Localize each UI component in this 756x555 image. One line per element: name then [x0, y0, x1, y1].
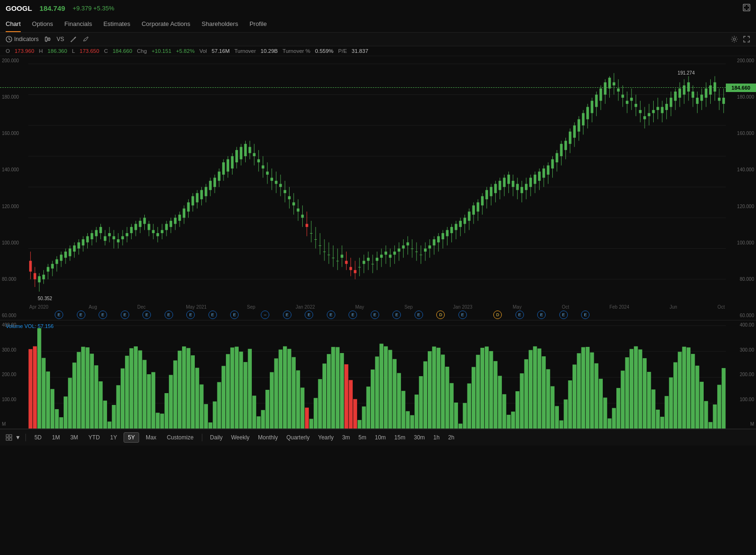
svg-rect-38 [69, 249, 72, 256]
svg-rect-341 [29, 349, 33, 429]
interval-10m[interactable]: 10m [372, 433, 389, 442]
settings-icon[interactable] [731, 35, 738, 43]
fullscreen-icon[interactable] [743, 35, 750, 43]
svg-rect-461 [555, 406, 559, 429]
svg-rect-332 [714, 82, 716, 92]
interval-1h[interactable]: 1h [431, 433, 442, 442]
indicators-button[interactable]: Indicators [6, 36, 39, 42]
event-badge[interactable]: – [261, 311, 269, 319]
current-price-line [0, 87, 726, 88]
interval-2h[interactable]: 2h [445, 433, 457, 442]
event-badge[interactable]: D [436, 311, 445, 319]
svg-rect-450 [507, 415, 510, 429]
chart-main[interactable]: 200.000 180.000 160.000 140.000 120.000 … [0, 56, 756, 320]
interval-weekly[interactable]: Weekly [228, 433, 252, 442]
expand-icon[interactable] [743, 4, 750, 13]
time-5d[interactable]: 5D [31, 433, 45, 442]
event-badge[interactable]: E [208, 311, 217, 319]
svg-rect-410 [331, 347, 335, 429]
tab-financials[interactable]: Financials [65, 17, 92, 32]
svg-rect-449 [502, 394, 506, 429]
interval-15m[interactable]: 15m [391, 433, 408, 442]
event-badge[interactable]: E [305, 311, 313, 319]
time-5y[interactable]: 5Y [124, 432, 139, 443]
svg-rect-370 [156, 413, 159, 429]
svg-rect-210 [446, 230, 449, 236]
event-badge[interactable]: E [77, 311, 85, 319]
event-badge[interactable]: E [327, 311, 335, 319]
volume-chart[interactable] [28, 320, 726, 429]
svg-rect-434 [437, 348, 440, 429]
svg-rect-403 [300, 387, 304, 429]
svg-rect-312 [670, 98, 673, 107]
event-badge[interactable]: E [537, 311, 546, 319]
dropdown-arrow[interactable]: ▼ [15, 434, 21, 441]
time-3m[interactable]: 3M [66, 433, 82, 442]
x-axis-label: Jun [670, 304, 677, 310]
time-1m[interactable]: 1M [48, 433, 64, 442]
time-ytd[interactable]: YTD [85, 433, 104, 442]
event-badge[interactable]: E [283, 311, 291, 319]
compare-button[interactable]: VS [57, 36, 64, 42]
svg-rect-420 [375, 356, 379, 429]
svg-rect-188 [398, 249, 400, 252]
svg-rect-86 [174, 218, 177, 224]
svg-rect-160 [336, 261, 339, 261]
svg-rect-357 [99, 381, 102, 429]
interval-daily[interactable]: Daily [207, 433, 225, 442]
svg-rect-499 [722, 368, 725, 429]
svg-rect-32 [56, 259, 58, 264]
event-badge[interactable]: E [142, 311, 151, 319]
event-badge[interactable]: E [415, 311, 423, 319]
tab-profile[interactable]: Profile [249, 17, 267, 32]
top-bar: GOOGL 184.749 +9.379 +5.35% [0, 0, 756, 17]
time-max[interactable]: Max [142, 433, 160, 442]
time-customize[interactable]: Customize [163, 433, 198, 442]
event-badge[interactable]: E [581, 311, 590, 319]
l-value: 173.650 [80, 48, 100, 54]
tab-options[interactable]: Options [32, 17, 53, 32]
svg-rect-268 [573, 126, 576, 138]
event-badge[interactable]: E [349, 311, 357, 319]
tab-shareholders[interactable]: Shareholders [202, 17, 238, 32]
svg-rect-336 [723, 98, 725, 104]
interval-monthly[interactable]: Monthly [255, 433, 281, 442]
annotation-tool[interactable] [82, 36, 89, 42]
candle-type-button[interactable] [44, 36, 51, 42]
low-price-annotation: 50.352 [38, 296, 52, 301]
svg-rect-220 [468, 211, 471, 221]
tab-estimates[interactable]: Estimates [103, 17, 130, 32]
interval-3m[interactable]: 3m [339, 433, 353, 442]
event-badge[interactable]: E [559, 311, 568, 319]
tab-corporate-actions[interactable]: Corporate Actions [141, 17, 190, 32]
chart-container[interactable]: 200.000 180.000 160.000 140.000 120.000 … [0, 56, 756, 429]
candlestick-chart[interactable] [28, 56, 726, 310]
event-badge[interactable]: E [392, 311, 401, 319]
event-badge[interactable]: E [186, 311, 195, 319]
chart-volume[interactable]: Volume VOL: 57.156 400.00 300.00 200.00 … [0, 320, 756, 429]
svg-rect-88 [178, 215, 181, 221]
svg-rect-266 [569, 132, 572, 144]
event-badge[interactable]: E [165, 311, 173, 319]
svg-rect-150 [314, 239, 317, 240]
tab-chart[interactable]: Chart [6, 17, 21, 32]
grid-icon[interactable] [6, 434, 12, 441]
ticker-symbol[interactable]: GOOGL [6, 4, 32, 12]
interval-quarterly[interactable]: Quarterly [283, 433, 312, 442]
svg-rect-154 [323, 252, 326, 252]
event-badge[interactable]: E [99, 311, 107, 319]
svg-rect-172 [363, 261, 366, 264]
svg-point-10 [733, 38, 736, 41]
time-1y[interactable]: 1Y [107, 433, 121, 442]
event-badge[interactable]: E [458, 311, 467, 319]
interval-30m[interactable]: 30m [411, 433, 427, 442]
interval-yearly[interactable]: Yearly [316, 433, 337, 442]
interval-5m[interactable]: 5m [356, 433, 369, 442]
event-badge[interactable]: E [121, 311, 129, 319]
event-badge[interactable]: D [493, 311, 502, 319]
event-badge[interactable]: E [371, 311, 379, 319]
event-badge[interactable]: E [230, 311, 239, 319]
event-badge[interactable]: E [515, 311, 524, 319]
event-badge[interactable]: E [55, 311, 63, 319]
drawing-tool[interactable] [70, 36, 76, 42]
